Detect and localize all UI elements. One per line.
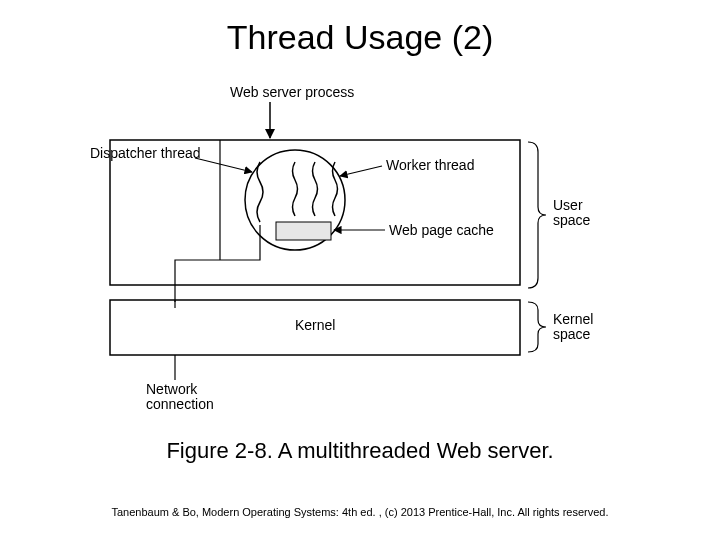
brace-kernel <box>528 302 546 352</box>
worker-thread-2 <box>313 162 318 216</box>
figure-caption: Figure 2-8. A multithreaded Web server. <box>0 438 720 464</box>
label-kernel-space: Kernel space <box>553 312 593 343</box>
label-worker: Worker thread <box>386 158 474 173</box>
label-web-server-process: Web server process <box>230 85 354 100</box>
copyright-line: Tanenbaum & Bo, Modern Operating Systems… <box>0 506 720 518</box>
dispatcher-thread-squiggle <box>257 162 263 222</box>
arrow-worker <box>340 166 382 176</box>
brace-user <box>528 142 546 288</box>
label-kernel: Kernel <box>295 318 335 333</box>
label-user-space: User space <box>553 198 590 229</box>
diagram: Web server process Dispatcher thread Wor… <box>80 80 640 410</box>
label-network: Network connection <box>146 382 214 413</box>
arrow-dispatcher <box>195 158 252 172</box>
diagram-svg <box>80 80 640 410</box>
label-dispatcher: Dispatcher thread <box>90 146 201 161</box>
routing-path-left <box>175 225 260 302</box>
worker-thread-1 <box>293 162 298 216</box>
cache-rect <box>276 222 331 240</box>
slide-title: Thread Usage (2) <box>0 18 720 57</box>
label-cache: Web page cache <box>389 223 494 238</box>
